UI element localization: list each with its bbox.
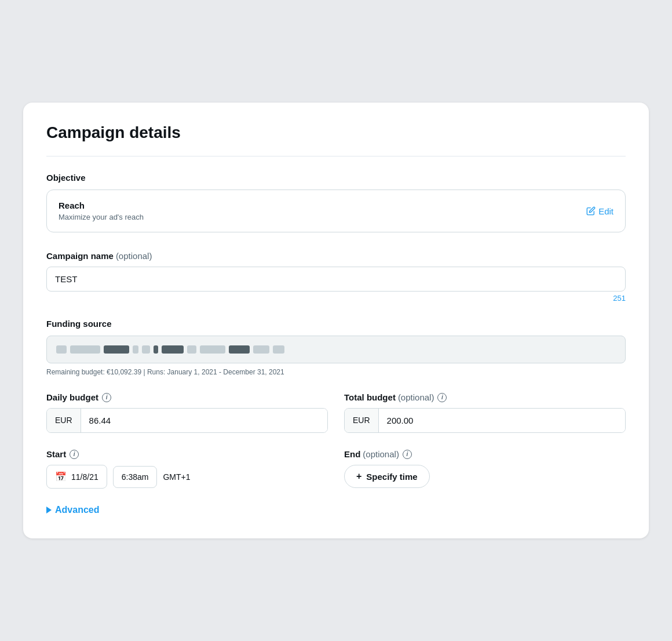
char-count: 251 bbox=[46, 294, 626, 303]
total-budget-input-row: EUR bbox=[344, 408, 626, 433]
campaign-name-optional: (optional) bbox=[116, 251, 152, 261]
total-budget-section: Total budget (optional) i EUR bbox=[344, 392, 626, 433]
remaining-budget-text: Remaining budget: €10,092.39 | Runs: Jan… bbox=[46, 368, 626, 376]
funding-source-section: Funding source Remaining budget: €10,092… bbox=[46, 319, 626, 376]
campaign-name-section: Campaign name (optional) 251 bbox=[46, 251, 626, 303]
blur-1 bbox=[56, 345, 67, 354]
objective-subtitle: Maximize your ad's reach bbox=[59, 213, 144, 221]
start-date-time-row: 📅 11/8/21 6:38am GMT+1 bbox=[46, 465, 328, 489]
calendar-icon: 📅 bbox=[55, 471, 67, 482]
daily-budget-section: Daily budget i EUR bbox=[46, 392, 328, 433]
blur-7 bbox=[162, 345, 184, 354]
daily-budget-input[interactable] bbox=[81, 409, 327, 432]
end-label: End (optional) i bbox=[344, 449, 626, 459]
start-info-icon[interactable]: i bbox=[70, 450, 79, 459]
start-time-value: 6:38am bbox=[122, 472, 149, 482]
start-section: Start i 📅 11/8/21 6:38am GMT+1 bbox=[46, 449, 328, 489]
start-end-row: Start i 📅 11/8/21 6:38am GMT+1 End (opti… bbox=[46, 449, 626, 489]
plus-icon: + bbox=[356, 471, 361, 482]
blur-8 bbox=[187, 345, 196, 354]
blur-6 bbox=[154, 345, 158, 354]
end-info-icon[interactable]: i bbox=[403, 450, 412, 459]
total-budget-input[interactable] bbox=[379, 409, 625, 432]
advanced-label: Advanced bbox=[55, 505, 99, 515]
total-budget-currency: EUR bbox=[345, 409, 379, 432]
blur-10 bbox=[229, 345, 250, 354]
blur-9 bbox=[200, 345, 225, 354]
start-time-button[interactable]: 6:38am bbox=[113, 466, 158, 488]
objective-label: Objective bbox=[46, 173, 626, 183]
start-label: Start i bbox=[46, 449, 328, 459]
advanced-row: Advanced bbox=[46, 505, 626, 515]
start-date-button[interactable]: 📅 11/8/21 bbox=[46, 465, 107, 489]
specify-time-button[interactable]: + Specify time bbox=[344, 465, 430, 488]
funding-source-box[interactable] bbox=[46, 336, 626, 363]
blur-11 bbox=[253, 345, 269, 354]
advanced-button[interactable]: Advanced bbox=[46, 505, 99, 515]
campaign-name-label: Campaign name (optional) bbox=[46, 251, 626, 261]
divider bbox=[46, 156, 626, 156]
edit-label: Edit bbox=[598, 206, 613, 216]
end-date-time-row: + Specify time bbox=[344, 465, 626, 488]
funding-source-label: Funding source bbox=[46, 319, 626, 329]
blur-2 bbox=[70, 345, 100, 354]
start-timezone: GMT+1 bbox=[163, 472, 190, 482]
campaign-details-card: Campaign details Objective Reach Maximiz… bbox=[23, 103, 649, 538]
budget-row: Daily budget i EUR Total budget (optiona… bbox=[46, 392, 626, 433]
start-date-value: 11/8/21 bbox=[71, 472, 98, 482]
page-title: Campaign details bbox=[46, 123, 626, 142]
funding-blurred-content bbox=[56, 345, 616, 354]
end-section: End (optional) i + Specify time bbox=[344, 449, 626, 489]
objective-title: Reach bbox=[59, 201, 144, 210]
edit-button[interactable]: Edit bbox=[586, 206, 613, 216]
total-budget-info-icon[interactable]: i bbox=[437, 393, 447, 402]
total-budget-optional: (optional) bbox=[398, 392, 434, 402]
total-budget-label: Total budget (optional) i bbox=[344, 392, 626, 402]
objective-content: Reach Maximize your ad's reach bbox=[59, 201, 144, 221]
campaign-name-input[interactable] bbox=[46, 267, 626, 292]
daily-budget-label: Daily budget i bbox=[46, 392, 328, 402]
blur-4 bbox=[133, 345, 138, 354]
objective-box: Reach Maximize your ad's reach Edit bbox=[46, 190, 626, 232]
objective-section: Objective Reach Maximize your ad's reach… bbox=[46, 173, 626, 232]
blur-5 bbox=[142, 345, 150, 354]
blur-12 bbox=[273, 345, 284, 354]
daily-budget-currency: EUR bbox=[47, 409, 81, 432]
blur-3 bbox=[104, 345, 129, 354]
chevron-right-icon bbox=[46, 507, 52, 513]
daily-budget-info-icon[interactable]: i bbox=[102, 393, 111, 402]
daily-budget-input-row: EUR bbox=[46, 408, 328, 433]
end-optional: (optional) bbox=[363, 449, 399, 459]
specify-time-label: Specify time bbox=[366, 472, 417, 482]
edit-icon bbox=[586, 206, 596, 216]
